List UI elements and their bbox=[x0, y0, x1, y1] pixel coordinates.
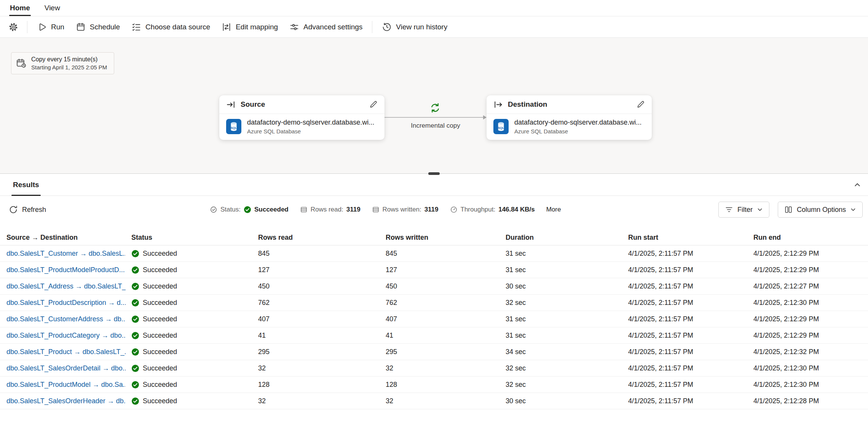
collapse-panel-icon[interactable] bbox=[854, 181, 861, 189]
succeeded-check-icon bbox=[244, 206, 251, 213]
incremental-copy-icon bbox=[429, 102, 441, 114]
edit-mapping-button[interactable]: Edit mapping bbox=[216, 19, 283, 35]
tab-view[interactable]: View bbox=[39, 0, 65, 16]
source-destination-link[interactable]: dbo.SalesLT_ProductModelProductD... bbox=[0, 266, 126, 274]
rows-read-cell: 41 bbox=[258, 332, 386, 340]
rows-written-cell: 295 bbox=[386, 348, 506, 356]
rows-written-cell: 32 bbox=[386, 364, 506, 372]
table-row: dbo.SalesLT_ProductDescription → d... Su… bbox=[0, 295, 868, 311]
schedule-start: Starting April 1, 2025 2:05 PM bbox=[31, 64, 107, 71]
checklist-icon bbox=[131, 22, 141, 32]
advanced-settings-button[interactable]: Advanced settings bbox=[284, 19, 368, 35]
tab-home[interactable]: Home bbox=[5, 0, 35, 16]
results-table: Source → Destination Status Rows read Ro… bbox=[0, 230, 868, 409]
connector-arrow bbox=[384, 114, 487, 121]
run-button[interactable]: Run bbox=[32, 19, 70, 35]
panel-resize-handle[interactable] bbox=[428, 172, 440, 175]
view-run-history-label: View run history bbox=[396, 23, 447, 31]
rows-read-cell: 32 bbox=[258, 364, 386, 372]
table-row: dbo.SalesLT_Address → dbo.SalesLT_... Su… bbox=[0, 278, 868, 295]
duration-cell: 31 sec bbox=[506, 250, 628, 258]
status-cell: Succeeded bbox=[131, 250, 258, 258]
source-destination-link[interactable]: dbo.SalesLT_Customer → dbo.SalesL... bbox=[0, 250, 126, 258]
source-card-body: SQL datafactory-demo-sqlserver.database.… bbox=[219, 114, 385, 140]
chevron-down-icon bbox=[850, 207, 856, 213]
summary-status: Status: Succeeded bbox=[210, 206, 289, 213]
status-value: Succeeded bbox=[254, 206, 289, 213]
run-end-cell: 4/1/2025, 2:12:27 PM bbox=[753, 282, 868, 290]
toolbar-separator bbox=[372, 21, 372, 33]
filter-button[interactable]: Filter bbox=[718, 202, 769, 218]
azure-sql-icon: SQL bbox=[493, 119, 509, 134]
table-row: dbo.SalesLT_ProductCategory → dbo... Suc… bbox=[0, 327, 868, 344]
status-text: Succeeded bbox=[143, 381, 177, 389]
status-label: Status: bbox=[220, 206, 241, 213]
columns-icon bbox=[784, 205, 793, 214]
edit-source-icon[interactable] bbox=[369, 100, 378, 109]
azure-sql-icon: SQL bbox=[226, 119, 241, 134]
source-card[interactable]: Source SQL datafactory-demo-sqlserver.da… bbox=[219, 95, 385, 140]
schedule-button[interactable]: Schedule bbox=[70, 19, 125, 35]
run-end-cell: 4/1/2025, 2:12:29 PM bbox=[753, 250, 868, 258]
sliders-icon bbox=[289, 22, 299, 32]
tab-results[interactable]: Results bbox=[11, 174, 41, 196]
source-destination-link[interactable]: dbo.SalesLT_Product → dbo.SalesLT_... bbox=[0, 348, 126, 356]
destination-card-body: SQL datafactory-demo-sqlserver.database.… bbox=[487, 114, 652, 140]
status-text: Succeeded bbox=[143, 299, 177, 307]
table-row: dbo.SalesLT_CustomerAddress → db... Succ… bbox=[0, 311, 868, 327]
run-end-cell: 4/1/2025, 2:12:29 PM bbox=[753, 315, 868, 323]
source-destination-link[interactable]: dbo.SalesLT_ProductDescription → d... bbox=[0, 299, 126, 307]
source-destination-link[interactable]: dbo.SalesLT_ProductCategory → dbo... bbox=[0, 332, 126, 340]
bar-arrow-out-icon bbox=[493, 100, 503, 109]
table-row: dbo.SalesLT_ProductModelProductD... Succ… bbox=[0, 262, 868, 278]
column-options-button[interactable]: Column Options bbox=[778, 202, 863, 218]
schedule-badge[interactable]: Copy every 15 minute(s) Starting April 1… bbox=[11, 52, 114, 74]
succeeded-check-icon bbox=[131, 250, 139, 258]
results-tabs: Results bbox=[0, 174, 868, 196]
gear-icon bbox=[8, 22, 18, 32]
run-start-cell: 4/1/2025, 2:11:57 PM bbox=[628, 364, 753, 372]
duration-cell: 32 sec bbox=[506, 299, 628, 307]
duration-cell: 31 sec bbox=[506, 266, 628, 274]
choose-data-source-button[interactable]: Choose data source bbox=[126, 19, 215, 35]
source-card-header: Source bbox=[219, 95, 385, 114]
table-row: dbo.SalesLT_Product → dbo.SalesLT_... Su… bbox=[0, 344, 868, 360]
source-destination-link[interactable]: dbo.SalesLT_CustomerAddress → db... bbox=[0, 315, 126, 323]
source-card-title: Source bbox=[241, 100, 364, 109]
destination-card-header: Destination bbox=[487, 95, 652, 114]
source-destination-link[interactable]: dbo.SalesLT_ProductModel → dbo.Sa... bbox=[0, 381, 126, 389]
source-destination-link[interactable]: dbo.SalesLT_Address → dbo.SalesLT_... bbox=[0, 282, 126, 290]
source-destination-link[interactable]: dbo.SalesLT_SalesOrderHeader → db... bbox=[0, 397, 126, 405]
rows-written-cell: 845 bbox=[386, 250, 506, 258]
rows-written-cell: 128 bbox=[386, 381, 506, 389]
view-run-history-button[interactable]: View run history bbox=[377, 19, 453, 35]
rows-written-value: 3119 bbox=[424, 206, 439, 213]
succeeded-check-icon bbox=[131, 315, 139, 323]
column-header-rows-read: Rows read bbox=[258, 234, 386, 242]
run-start-cell: 4/1/2025, 2:11:57 PM bbox=[628, 299, 753, 307]
succeeded-check-icon bbox=[131, 348, 139, 356]
status-text: Succeeded bbox=[143, 332, 177, 340]
duration-cell: 32 sec bbox=[506, 364, 628, 372]
more-button[interactable]: More bbox=[546, 206, 561, 213]
throughput-value: 146.84 KB/s bbox=[498, 206, 535, 213]
source-destination-link[interactable]: dbo.SalesLT_SalesOrderDetail → dbo... bbox=[0, 364, 126, 372]
chevron-down-icon bbox=[757, 207, 763, 213]
settings-button[interactable] bbox=[4, 19, 23, 35]
run-end-cell: 4/1/2025, 2:12:30 PM bbox=[753, 299, 868, 307]
rows-written-icon bbox=[372, 206, 380, 213]
edit-destination-icon[interactable] bbox=[636, 100, 645, 109]
table-actions: Filter Column Options bbox=[718, 202, 863, 218]
destination-card[interactable]: Destination SQL datafactory-demo-sqlserv… bbox=[487, 95, 652, 140]
ribbon-tabs: Home View bbox=[0, 0, 868, 16]
filter-label: Filter bbox=[737, 206, 753, 214]
refresh-button[interactable]: Refresh bbox=[9, 205, 46, 214]
run-end-cell: 4/1/2025, 2:12:30 PM bbox=[753, 381, 868, 389]
rows-read-cell: 295 bbox=[258, 348, 386, 356]
run-summary: Status: Succeeded Rows read: 3119 bbox=[210, 206, 561, 213]
rows-written-label: Rows written: bbox=[383, 206, 421, 213]
refresh-label: Refresh bbox=[22, 206, 46, 214]
source-connection-name: datafactory-demo-sqlserver.database.wi..… bbox=[247, 119, 374, 127]
rows-read-value: 3119 bbox=[346, 206, 361, 213]
table-row: dbo.SalesLT_SalesOrderDetail → dbo... Su… bbox=[0, 360, 868, 377]
